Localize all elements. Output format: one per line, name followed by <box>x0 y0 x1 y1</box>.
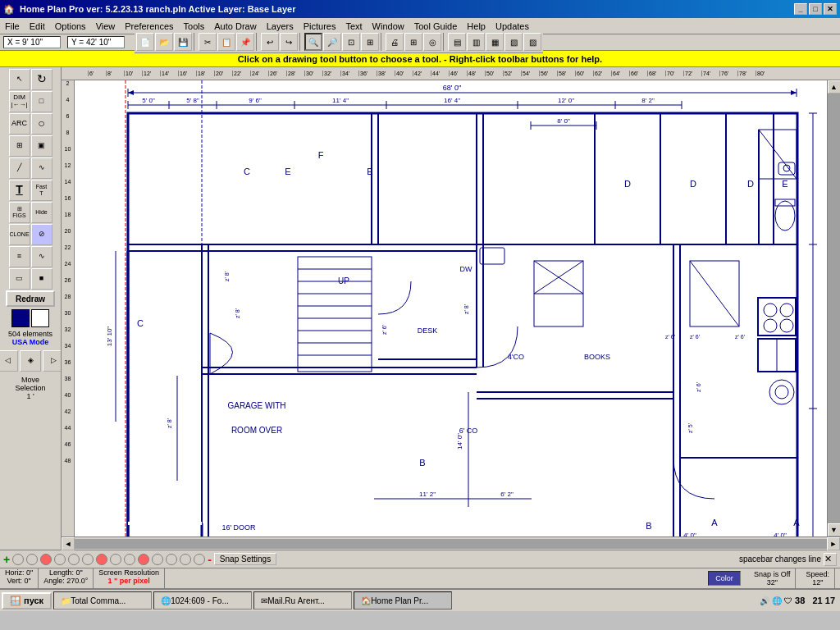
undo-button[interactable]: ↩ <box>261 33 279 51</box>
color-primary[interactable] <box>11 309 30 327</box>
paint-tool[interactable]: ≡ <box>9 246 30 267</box>
redo-button[interactable]: ↪ <box>280 33 298 51</box>
menu-item-tools[interactable]: Tools <box>179 20 210 33</box>
curve-tool[interactable]: ∿ <box>31 158 52 179</box>
tb-extra4[interactable]: ▧ <box>504 33 523 51</box>
arc-tool[interactable]: ARC <box>9 113 30 135</box>
tb-extra1[interactable]: ▤ <box>448 33 466 51</box>
toolbar-sep1 <box>194 33 197 51</box>
rect-tool[interactable]: □ <box>31 91 52 112</box>
wall-tool[interactable]: ⊞ <box>9 135 30 157</box>
snap-dot-14[interactable] <box>194 554 205 565</box>
snap-remove-button[interactable]: - <box>208 553 212 566</box>
snap-add-button[interactable]: + <box>3 553 10 566</box>
figs-tool[interactable]: ⊞FIGS <box>9 202 30 223</box>
svg-text:14' 0": 14' 0" <box>456 433 463 450</box>
text-tool[interactable]: T <box>9 180 30 201</box>
maximize-button[interactable]: □ <box>809 3 822 15</box>
snap-dot-6[interactable] <box>82 554 94 565</box>
snap-dot-1[interactable] <box>12 554 24 565</box>
snap-dot-13[interactable] <box>180 554 191 565</box>
color-swatch[interactable]: Color <box>708 571 741 586</box>
snap-bar: + - Snap Settings spacebar changes line … <box>0 550 840 568</box>
taskbar-item-1[interactable]: 📁 Total Comma... <box>53 591 152 609</box>
snap-dot-8[interactable] <box>110 554 121 565</box>
copy-button[interactable]: 📋 <box>217 33 235 51</box>
menu-item-auto-draw[interactable]: Auto Draw <box>209 20 261 33</box>
svg-text:5' 8": 5' 8" <box>186 97 199 104</box>
wave-tool[interactable]: ∿ <box>31 246 52 267</box>
new-button[interactable]: 📄 <box>136 33 154 51</box>
snap-dot-4[interactable] <box>54 554 66 565</box>
snap-dot-11[interactable] <box>152 554 163 565</box>
menu-item-pictures[interactable]: Pictures <box>299 20 341 33</box>
menu-item-view[interactable]: View <box>91 20 121 33</box>
h-scroll-track[interactable] <box>75 539 827 549</box>
print-button[interactable]: 🖨 <box>386 33 404 51</box>
cut-button[interactable]: ✂ <box>199 33 217 51</box>
box-tool[interactable]: ▭ <box>9 268 30 290</box>
rotate-tool[interactable]: ↻ <box>31 69 52 90</box>
taskbar-item-3[interactable]: ✉ Mail.Ru Агент... <box>253 591 352 609</box>
color-secondary[interactable] <box>31 309 49 327</box>
taskbar-item-4[interactable]: 🏠 Home Plan Pr... <box>354 591 452 609</box>
right-scrollbar[interactable]: ▲ ▼ <box>827 80 840 536</box>
scroll-right-button[interactable]: ► <box>827 537 840 550</box>
snap-dot-2[interactable] <box>26 554 38 565</box>
snap-dot-3[interactable] <box>40 554 52 565</box>
snap-button[interactable]: ◎ <box>423 33 441 51</box>
move-right[interactable]: ▷ <box>43 350 62 372</box>
dim-tool[interactable]: DIM|←→| <box>9 91 30 112</box>
move-center[interactable]: ◈ <box>20 350 41 372</box>
menu-item-layers[interactable]: Layers <box>262 20 299 33</box>
snap-dot-9[interactable] <box>124 554 135 565</box>
move-left[interactable]: ◁ <box>0 350 18 372</box>
tb-extra2[interactable]: ▥ <box>467 33 485 51</box>
hide-tool[interactable]: Hide <box>31 202 52 223</box>
circle-tool[interactable]: ○ <box>31 113 52 135</box>
snap-dot-10[interactable] <box>138 554 149 565</box>
menu-item-help[interactable]: Help <box>462 20 491 33</box>
taskbar-item-2[interactable]: 🌐 1024:609 - Fo... <box>153 591 252 609</box>
snap-settings-button[interactable]: Snap Settings <box>214 553 276 565</box>
eraser-tool[interactable]: ⊘ <box>31 224 52 245</box>
clone-tool[interactable]: CLONE <box>9 224 30 245</box>
scroll-track[interactable] <box>828 94 841 523</box>
door-tool[interactable]: ▣ <box>31 135 52 157</box>
menu-item-preferences[interactable]: Preferences <box>120 20 178 33</box>
scroll-up-button[interactable]: ▲ <box>828 80 841 94</box>
tb-extra5[interactable]: ▨ <box>523 33 541 51</box>
open-button[interactable]: 📂 <box>155 33 173 51</box>
zoom-out-button[interactable]: 🔎 <box>323 33 341 51</box>
scroll-left-button[interactable]: ◄ <box>62 537 75 550</box>
zoom-fit-button[interactable]: ⊡ <box>342 33 360 51</box>
zoom-select-button[interactable]: ⊞ <box>361 33 379 51</box>
drawing-canvas[interactable]: 68' 0" 5' 0" 5' 8" 9' 6" 11' 4" <box>75 80 827 536</box>
solid-rect-tool[interactable]: ■ <box>31 268 52 290</box>
scroll-down-button[interactable]: ▼ <box>828 523 841 536</box>
snap-dot-5[interactable] <box>68 554 80 565</box>
line-tool[interactable]: ╱ <box>9 158 30 179</box>
close-button[interactable]: ✕ <box>824 3 837 15</box>
fasttext-tool[interactable]: FastT <box>31 180 52 201</box>
grid-button[interactable]: ⊞ <box>404 33 422 51</box>
menu-item-edit[interactable]: Edit <box>25 20 50 33</box>
snap-close-button[interactable]: ✕ <box>824 553 837 566</box>
save-button[interactable]: 💾 <box>174 33 192 51</box>
menu-item-window[interactable]: Window <box>368 20 409 33</box>
menu-item-file[interactable]: File <box>0 20 25 33</box>
snap-dot-7[interactable] <box>96 554 107 565</box>
bottom-scrollbar[interactable]: ◄ ► <box>62 536 840 550</box>
snap-dot-12[interactable] <box>166 554 177 565</box>
redraw-button[interactable]: Redraw <box>6 290 55 307</box>
paste-button[interactable]: 📌 <box>236 33 254 51</box>
tb-extra3[interactable]: ▦ <box>486 33 504 51</box>
zoom-in-button[interactable]: 🔍 <box>304 33 322 51</box>
select-tool[interactable]: ↖ <box>9 69 30 90</box>
menu-item-tool-guide[interactable]: Tool Guide <box>409 20 463 33</box>
menu-item-updates[interactable]: Updates <box>491 20 534 33</box>
minimize-button[interactable]: _ <box>794 3 807 15</box>
menu-item-options[interactable]: Options <box>50 20 91 33</box>
menu-item-text[interactable]: Text <box>340 20 367 33</box>
start-button[interactable]: 🪟 пуск <box>2 592 52 609</box>
